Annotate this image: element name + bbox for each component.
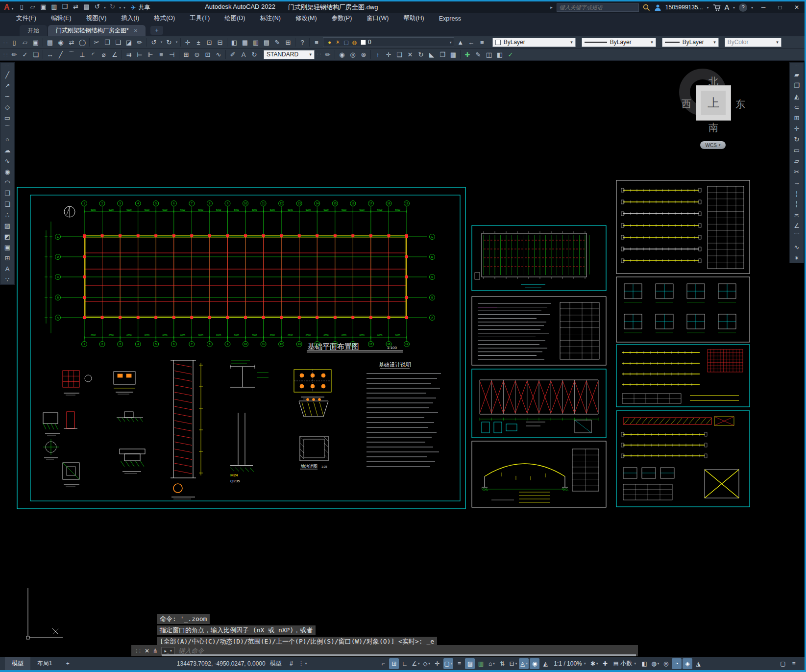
layer-on-icon[interactable]: ●	[325, 37, 334, 47]
layer-states-icon[interactable]: ≡	[477, 37, 488, 47]
rotate-icon[interactable]: ↻	[791, 134, 803, 145]
edit-text-icon[interactable]: ✏	[9, 50, 20, 59]
center-mark-icon[interactable]: ⊙	[192, 50, 202, 59]
close-button[interactable]: ✕	[790, 2, 803, 12]
undo-list-icon[interactable]: ▾	[159, 37, 164, 47]
toolbar-grip[interactable]: ⋯	[795, 64, 799, 68]
fillet-icon[interactable]: ⌒	[791, 231, 803, 242]
color-control[interactable]: ByLayer▾	[492, 38, 576, 47]
paste-icon[interactable]: ❏	[113, 37, 123, 47]
extend-icon[interactable]: →	[791, 177, 803, 188]
blend-curves-icon[interactable]: ∿	[791, 242, 803, 252]
color-control-dropdown-icon[interactable]: ▾	[570, 40, 573, 45]
explode-icon[interactable]: ✴	[791, 252, 803, 263]
dim-update-icon[interactable]: ↻	[249, 50, 260, 59]
plot-icon[interactable]: ▤	[81, 2, 92, 12]
signed-in-user[interactable]: 1505999135...	[665, 4, 703, 11]
move-faces-icon[interactable]: ✛	[383, 50, 394, 59]
arc-icon[interactable]: ⌒	[1, 123, 13, 134]
zoom-realtime-icon[interactable]: ±	[193, 37, 204, 47]
compass-east-label[interactable]: 东	[733, 98, 748, 111]
dim-edit-icon[interactable]: ✐	[227, 50, 238, 59]
chamfer-icon[interactable]: ∠	[791, 220, 803, 231]
object-snap-icon[interactable]: ▢▾	[443, 658, 454, 669]
object-snap-3d-dropdown-icon[interactable]: ▾	[493, 662, 495, 666]
web-publish-icon[interactable]: ◯	[77, 37, 88, 47]
publish-icon[interactable]: ⇄	[66, 37, 77, 47]
subtract-icon[interactable]: ◎	[347, 50, 358, 59]
layout1-tab[interactable]: 布局1	[30, 657, 59, 670]
command-input[interactable]	[178, 647, 635, 654]
gradient-icon[interactable]: ◩	[1, 231, 13, 242]
offset-icon[interactable]: ⊂	[791, 101, 803, 112]
menu-item-8[interactable]: 标注(N)	[253, 13, 288, 24]
qsave-icon[interactable]: ▣	[30, 37, 41, 47]
region-icon[interactable]: ▣	[1, 242, 13, 252]
dim-jogged-icon[interactable]: ∿	[213, 50, 224, 59]
help-icon[interactable]: ?	[297, 37, 308, 47]
menu-item-13[interactable]: Express	[432, 13, 468, 24]
object-snap-3d-icon[interactable]: ⌂▾	[487, 658, 496, 669]
toolbar-grip[interactable]: ⋯	[5, 64, 10, 68]
dim-aligned-icon[interactable]: ╱	[55, 50, 66, 59]
shell-icon[interactable]: ◧	[494, 50, 505, 59]
command-tools-icon[interactable]: ⋔	[153, 647, 158, 654]
delete-faces-icon[interactable]: ✕	[405, 50, 415, 59]
text-style-control-dropdown-icon[interactable]: ▾	[309, 52, 312, 57]
lineweight-control-dropdown-icon[interactable]: ▾	[713, 40, 716, 45]
make-block-icon[interactable]: ❏	[1, 199, 13, 209]
search-field[interactable]	[560, 4, 636, 10]
search-collapse-icon[interactable]: ▸	[550, 5, 553, 10]
spline-icon[interactable]: ∿	[1, 155, 13, 166]
redo-list-icon[interactable]: ▾	[174, 37, 179, 47]
new-tab-button[interactable]: +	[150, 26, 163, 35]
minimize-button[interactable]: ─	[757, 2, 770, 12]
plot-icon[interactable]: ▤	[45, 37, 55, 47]
sheet-set-manager-icon[interactable]: ▤	[261, 37, 272, 47]
polar-tracking-icon[interactable]: ∠▾	[411, 658, 420, 669]
layer-control[interactable]: ●☀▢◍0▾	[323, 37, 454, 47]
layer-lock-icon[interactable]: ◍	[350, 37, 359, 47]
menu-item-1[interactable]: 文件(F)	[9, 13, 44, 24]
model-paper-icon[interactable]: ⌐	[378, 658, 388, 669]
rectangle-icon[interactable]: ▭	[1, 112, 13, 123]
toolbar-grip[interactable]: ⋮⋮	[316, 52, 321, 57]
command-scrollbar[interactable]	[162, 654, 636, 656]
rotate-faces-icon[interactable]: ↻	[415, 50, 426, 59]
scale-icon[interactable]: ▭	[791, 145, 803, 155]
paste-block-icon[interactable]: ◪	[123, 37, 134, 47]
selection-cycling-icon[interactable]: ▥	[476, 658, 486, 669]
user-dropdown-icon[interactable]: ▾	[707, 5, 709, 10]
qnew-icon[interactable]: ▯	[9, 37, 20, 47]
isodraft-icon[interactable]: ◇▾	[422, 658, 432, 669]
lineweight-control[interactable]: ByLayer▾	[662, 38, 719, 47]
user-avatar-icon[interactable]	[654, 4, 661, 11]
autodesk-app-icon[interactable]: A	[725, 3, 729, 11]
zoom-window-icon[interactable]: ⊡	[204, 37, 215, 47]
dim-break-icon[interactable]: ⊣	[167, 50, 177, 59]
menu-item-4[interactable]: 插入(I)	[114, 13, 147, 24]
wcs-menu[interactable]: WCS▾	[700, 141, 726, 149]
annotation-autoscale-icon[interactable]: ◭	[540, 658, 550, 669]
help-dropdown-icon[interactable]: ▾	[751, 5, 753, 10]
move-icon[interactable]: ✛	[791, 123, 803, 134]
menu-item-5[interactable]: 格式(O)	[147, 13, 182, 24]
clean-screen-icon[interactable]: ▢	[778, 658, 788, 669]
polyline-icon[interactable]: ∽	[1, 91, 13, 101]
construction-line-icon[interactable]: ↗	[1, 80, 13, 91]
units-control[interactable]: ▤小数▾	[611, 659, 639, 668]
copy-clip-icon[interactable]: ❐	[102, 37, 113, 47]
properties-icon[interactable]: ◧	[229, 37, 240, 47]
dim-angular-icon[interactable]: ∠	[109, 50, 120, 59]
annotation-visibility-icon[interactable]: ◉	[530, 658, 539, 669]
erase-icon[interactable]: ▰	[791, 69, 803, 80]
dim-baseline-icon[interactable]: ⊨	[134, 50, 145, 59]
share-button[interactable]: ✈共享	[130, 3, 150, 12]
mirror-icon[interactable]: ◭	[791, 91, 803, 101]
redo-icon[interactable]: ↻	[107, 2, 118, 12]
menu-item-9[interactable]: 修改(M)	[288, 13, 324, 24]
dynamic-input-icon[interactable]: ⊟▾	[508, 658, 518, 669]
circle-icon[interactable]: ○	[1, 134, 13, 145]
clean-icon[interactable]: ✎	[473, 50, 484, 59]
maximize-button[interactable]: □	[774, 2, 786, 12]
